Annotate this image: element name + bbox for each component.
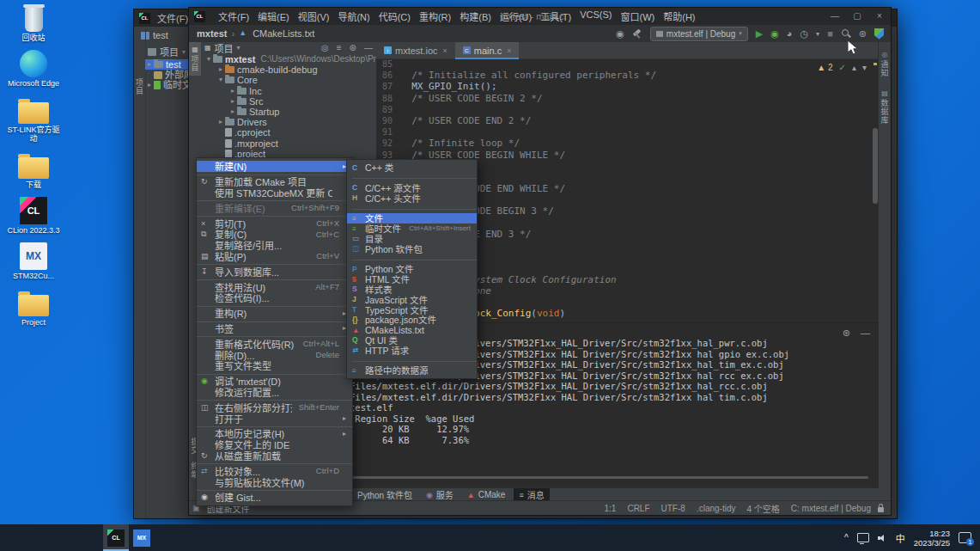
menubar-item[interactable]: 构建(B) bbox=[455, 9, 496, 23]
taskbar-app[interactable]: MX bbox=[129, 524, 155, 551]
coverage-button[interactable]: ◕ bbox=[787, 28, 793, 39]
status-item[interactable]: UTF-8 bbox=[661, 504, 685, 513]
right-stripe-tab[interactable]: ▤ 数据库 bbox=[879, 86, 891, 128]
desktop-icon[interactable]: Microsoft Edge bbox=[5, 50, 62, 88]
submenu-item[interactable]: C C++ 类 bbox=[347, 162, 477, 173]
chevron-icon[interactable]: ▸ bbox=[228, 96, 237, 107]
menubar-item[interactable]: 视图(V) bbox=[294, 9, 334, 23]
navbar-project[interactable]: mxtest bbox=[197, 28, 227, 39]
chevron-icon[interactable]: ▾ bbox=[204, 54, 213, 64]
context-menu-item[interactable]: 使用 STM32CubeMX 更新 CMake 项目 bbox=[197, 187, 352, 199]
status-item[interactable]: .clang-tidy bbox=[697, 504, 736, 513]
run-button[interactable]: ▶ bbox=[756, 28, 763, 40]
desktop-icon[interactable]: MX STM32Cu... bbox=[5, 242, 62, 280]
menubar-item[interactable]: 文件(F) bbox=[214, 9, 253, 23]
chevron-icon[interactable]: ▸ bbox=[228, 86, 237, 96]
menubar-item[interactable]: 窗口(W) bbox=[617, 9, 660, 23]
menubar-item[interactable]: VCS(S) bbox=[575, 9, 616, 23]
context-menu-item[interactable]: 重写文件类型 bbox=[197, 360, 352, 371]
status-item[interactable]: C: mxtest.elf | Debug bbox=[791, 504, 871, 513]
license-shield-icon[interactable] bbox=[874, 28, 884, 40]
status-item[interactable]: CRLF bbox=[627, 504, 649, 513]
notification-icon[interactable]: 1 bbox=[959, 532, 971, 543]
submenu-item[interactable]: ⇄ HTTP 请求 bbox=[347, 345, 477, 355]
prev-issue-icon[interactable]: ▴ bbox=[852, 63, 856, 72]
project-tree-row[interactable]: ▸ Inc bbox=[201, 86, 376, 96]
bg-stripe-project-tab[interactable]: 项目 bbox=[134, 78, 145, 95]
run-configuration-select[interactable]: mxtest.elf | Debug ▾ bbox=[650, 27, 748, 41]
status-item[interactable]: 1:1 bbox=[605, 504, 617, 513]
context-menu-item[interactable]: ↻ 从磁盘重新加载 bbox=[197, 450, 352, 462]
tray-expand-icon[interactable]: ^ bbox=[844, 533, 849, 542]
user-icon[interactable]: ◉ bbox=[616, 28, 624, 40]
chevron-icon[interactable]: ▾ bbox=[216, 75, 225, 85]
stripe-tab-project[interactable]: ▦ 项目 bbox=[189, 42, 201, 76]
bg-menu-file[interactable]: 文件(F) bbox=[157, 11, 188, 25]
submenu-item[interactable]: H C/C++ 头文件 bbox=[347, 193, 477, 203]
debug-button[interactable]: ◉ bbox=[770, 28, 779, 40]
inspection-widget[interactable]: ▲ 2 ✓ ▴ ▾ bbox=[817, 63, 867, 72]
minimize-button[interactable]: — bbox=[824, 8, 846, 25]
context-menu-item[interactable]: 重构(R) ▸ bbox=[197, 308, 352, 319]
project-tree-row[interactable]: .mxproject bbox=[201, 138, 376, 149]
taskbar-app[interactable] bbox=[26, 524, 52, 551]
tool-window-tab[interactable]: ≡ 消息 bbox=[514, 488, 549, 501]
desktop-icon[interactable]: 回收站 bbox=[5, 3, 62, 42]
taskbar-app[interactable] bbox=[0, 524, 26, 551]
search-icon[interactable] bbox=[841, 28, 851, 39]
context-menu-item[interactable]: 重新编译(E) Ctrl+Shift+F9 bbox=[197, 202, 352, 213]
tab-close-icon[interactable]: × bbox=[507, 46, 511, 55]
navbar-file[interactable]: CMakeLists.txt bbox=[253, 28, 314, 39]
context-menu-item[interactable]: 修改运行配置... bbox=[197, 387, 352, 398]
project-tree-row[interactable]: ▸ Drivers bbox=[201, 117, 376, 127]
menubar-item[interactable]: 代码(C) bbox=[374, 9, 415, 23]
status-item[interactable]: 4 个空格 bbox=[746, 502, 779, 515]
desktop-icon[interactable]: ST-LINK官方驱动 bbox=[5, 95, 62, 143]
tool-window-tab[interactable]: Python 软件包 bbox=[349, 488, 417, 501]
context-menu-item[interactable]: ▤ 粘贴(P) Ctrl+V bbox=[197, 251, 352, 262]
menubar-item[interactable]: 帮助(H) bbox=[659, 9, 699, 23]
close-button[interactable]: × bbox=[868, 8, 891, 25]
chevron-icon[interactable]: ▸ bbox=[216, 117, 225, 127]
speaker-icon[interactable] bbox=[878, 534, 887, 542]
project-panel-title[interactable]: 项目 bbox=[215, 42, 234, 55]
desktop-icon[interactable]: Project bbox=[5, 288, 62, 327]
chevron-icon[interactable]: ▸ bbox=[145, 59, 154, 70]
chevron-icon[interactable]: ▸ bbox=[145, 80, 154, 90]
taskbar-app[interactable]: CL bbox=[103, 524, 129, 551]
tool-window-tab[interactable]: ◉ 服务 bbox=[421, 488, 459, 501]
next-issue-icon[interactable]: ▾ bbox=[862, 63, 867, 72]
taskbar-app[interactable] bbox=[77, 524, 103, 551]
menubar-item[interactable]: 导航(N) bbox=[333, 9, 374, 23]
context-menu-item[interactable]: 书签 ▸ bbox=[197, 323, 352, 334]
settings-gear-icon[interactable]: ⊛ bbox=[859, 28, 867, 40]
display-icon[interactable] bbox=[857, 533, 869, 542]
context-menu-item[interactable]: 打开于 ▸ bbox=[197, 413, 352, 424]
project-tree-row[interactable]: ▸ Src bbox=[201, 96, 376, 107]
more-actions-icon[interactable]: ▾ bbox=[816, 30, 819, 38]
readonly-lock-icon[interactable] bbox=[878, 507, 884, 512]
context-menu-item[interactable]: ↧ 导入到数据库... bbox=[197, 266, 352, 277]
desktop-icon[interactable]: 下载 bbox=[5, 150, 62, 189]
build-hammer-icon[interactable] bbox=[632, 28, 642, 39]
project-tree-row[interactable]: ▾ Core bbox=[201, 75, 376, 85]
menubar-item[interactable]: 编辑(E) bbox=[253, 9, 294, 23]
project-tree-row[interactable]: .cproject bbox=[201, 127, 376, 138]
chevron-icon[interactable]: ▸ bbox=[228, 107, 237, 117]
panel-header-icon[interactable]: ◎ bbox=[321, 43, 329, 52]
clock[interactable]: 18:23 2023/3/25 bbox=[914, 529, 950, 548]
context-menu-item[interactable]: ◉ 创建 Gist... bbox=[197, 492, 352, 503]
panel-header-icon[interactable]: ⊛ bbox=[350, 43, 356, 52]
context-menu-item[interactable]: 与剪贴板比较文件(M) bbox=[197, 476, 352, 487]
submenu-item[interactable]: {} package.json文件 bbox=[347, 315, 477, 325]
tab-close-icon[interactable]: × bbox=[443, 46, 447, 55]
chevron-icon[interactable]: ▸ bbox=[216, 64, 225, 75]
editor-tab[interactable]: i mxtest.ioc × bbox=[376, 42, 455, 58]
desktop-icon[interactable]: CL CLion 2022.3.3 bbox=[5, 197, 62, 235]
project-tree-row[interactable]: ▸ cmake-build-debug bbox=[201, 64, 376, 75]
panel-header-icon[interactable]: — bbox=[364, 43, 373, 52]
panel-header-icon[interactable]: ≡ bbox=[337, 43, 342, 52]
console-hscrollbar[interactable] bbox=[350, 476, 868, 479]
context-menu-item[interactable]: 检查代码(I)... bbox=[197, 292, 352, 303]
project-tree-row[interactable]: ▸ Startup bbox=[201, 107, 376, 117]
